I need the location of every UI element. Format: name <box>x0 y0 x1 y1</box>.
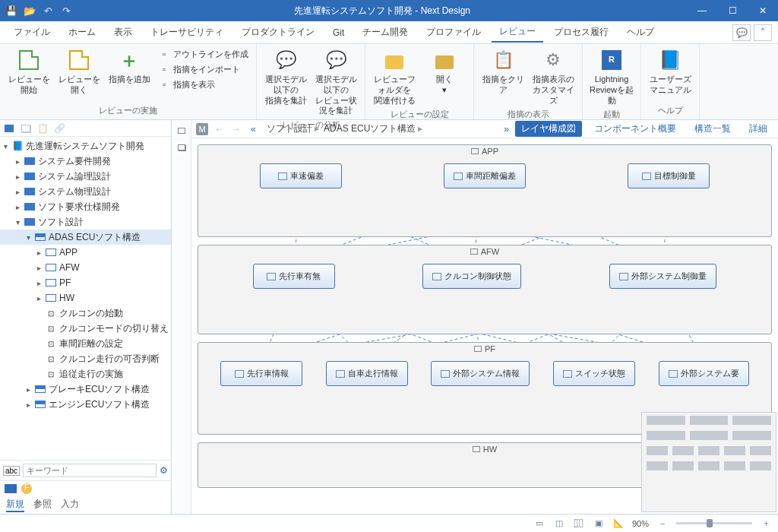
block[interactable]: 先行車有無 <box>253 264 335 289</box>
tree-node[interactable]: ⊡クルコンの始動 <box>0 306 171 321</box>
minimize-button[interactable]: ― <box>687 0 717 21</box>
start-review[interactable]: レビューを開始 <box>5 46 53 97</box>
menu-home[interactable]: ホーム <box>61 23 103 42</box>
maximize-button[interactable]: ☐ <box>717 0 748 21</box>
block[interactable]: 外部システム情報 <box>431 361 530 386</box>
link-review-folder[interactable]: レビューフォルダを関連付ける <box>370 46 419 107</box>
menu-process[interactable]: プロセス履行 <box>546 23 616 42</box>
save-icon[interactable]: 💾 <box>5 4 18 17</box>
tree-node[interactable]: ⊡クルコンモードの切り替え <box>0 321 171 336</box>
tree-link-icon[interactable]: 🔗 <box>53 122 65 135</box>
tab-icon-ref[interactable]: F <box>21 483 32 494</box>
tree-node[interactable]: ▸システム論理設計 <box>0 169 171 184</box>
agg-findings-below[interactable]: 💬選択モデル以下の指摘を集計 <box>261 46 310 107</box>
import-findings[interactable]: ▫指摘をインポート <box>155 62 251 76</box>
abc-icon[interactable]: abc <box>3 466 20 476</box>
view-layer-diagram[interactable]: レイヤ構成図 <box>515 121 582 137</box>
tree-node[interactable]: ▸システム物理設計 <box>0 184 171 199</box>
launch-lightning-review[interactable]: RLightningReviewを起動 <box>587 46 636 107</box>
tree-body[interactable]: ▾📘 先進運転システムソフト開発 ▸システム要件開発▸システム論理設計▸システム… <box>0 137 171 460</box>
menu-traceability[interactable]: トレーサビリティ <box>143 23 231 42</box>
tree-node[interactable]: ▸AFW <box>0 260 171 275</box>
tree-tab-input[interactable]: 入力 <box>61 498 79 512</box>
block[interactable]: スイッチ状態 <box>553 361 635 386</box>
status-pane2-icon[interactable]: ◫ <box>553 518 565 530</box>
gutter-layer-icon[interactable] <box>175 125 188 137</box>
zoom-slider[interactable] <box>676 522 752 524</box>
breadcrumb[interactable]: ソフト設計▸ ADAS ECUソフト構造▸ <box>267 122 425 135</box>
tree-node[interactable]: ▸APP <box>0 245 171 260</box>
tree-node[interactable]: ▾ADAS ECUソフト構造 <box>0 230 171 245</box>
tree-node[interactable]: ▸エンジンECUソフト構造 <box>0 397 171 412</box>
show-findings[interactable]: ▫指摘を表示 <box>155 78 251 91</box>
tree-search-input[interactable] <box>23 464 157 477</box>
nav-back-icon[interactable]: ← <box>214 123 224 135</box>
tree-node[interactable]: ⊡車間距離の設定 <box>0 336 171 351</box>
nav-fwd-icon[interactable]: → <box>230 123 240 135</box>
agg-status-below[interactable]: 💬選択モデル以下のレビュー状況を集計 <box>312 46 360 118</box>
tree-node[interactable]: ▾ソフト設計 <box>0 214 171 230</box>
block[interactable]: 車間距離偏差 <box>444 163 526 188</box>
filter-icon[interactable]: ⚙ <box>160 465 168 476</box>
tree-node[interactable]: ⊡追従走行の実施 <box>0 366 171 382</box>
tree-root[interactable]: ▾📘 先進運転システムソフト開発 <box>0 138 171 154</box>
status-ruler-icon[interactable]: 📐 <box>612 518 625 530</box>
block[interactable]: 先行車情報 <box>220 361 302 386</box>
view-structure-list[interactable]: 構造一覧 <box>688 121 737 137</box>
open[interactable]: 開く▾ <box>420 46 469 97</box>
user-manual[interactable]: 📘ユーザーズマニュアル <box>646 46 694 97</box>
open-review[interactable]: レビューを開く <box>55 46 103 97</box>
tree-node[interactable]: ▸ソフト要求仕様開発 <box>0 199 171 214</box>
minimap[interactable] <box>641 412 776 512</box>
zoom-out-icon[interactable]: − <box>656 518 669 530</box>
close-button[interactable]: ✕ <box>748 0 778 21</box>
tree-node[interactable]: ▸HW <box>0 290 171 306</box>
layer-afw[interactable]: AFW先行車有無クルコン制御状態外部システム制御量 <box>198 245 772 334</box>
tree-node[interactable]: ⊡クルコン走行の可否判断 <box>0 351 171 366</box>
view-component-summary[interactable]: コンポーネント概要 <box>588 121 682 137</box>
menu-profile[interactable]: プロファイル <box>419 23 489 42</box>
tree-paste-icon[interactable]: 📋 <box>36 122 49 135</box>
block[interactable]: 外部システム制御量 <box>609 264 716 289</box>
menu-file[interactable]: ファイル <box>6 23 58 42</box>
zoom-value: 90% <box>632 519 649 528</box>
tree-root-label: 先進運転システムソフト開発 <box>26 140 144 153</box>
tree-node[interactable]: ▸システム要件開発 <box>0 154 171 169</box>
collapse-ribbon-icon[interactable]: ˄ <box>754 24 772 41</box>
window-title: 先進運転システムソフト開発 - Next Design <box>77 5 687 17</box>
zoom-in-icon[interactable]: ＋ <box>760 518 772 530</box>
menu-review[interactable]: レビュー <box>492 22 543 43</box>
add-finding[interactable]: ＋指摘を追加 <box>105 46 153 87</box>
block[interactable]: 車速偏差 <box>260 163 342 188</box>
tree-copy-icon[interactable] <box>20 122 32 135</box>
feedback-icon[interactable]: 💬 <box>732 24 751 41</box>
view-detail[interactable]: 詳細 <box>743 121 773 137</box>
tree-tab-new[interactable]: 新規 <box>6 498 24 512</box>
tree-node[interactable]: ▸PF <box>0 275 171 290</box>
block[interactable]: 目標制御量 <box>628 163 710 188</box>
block[interactable]: 外部システム要 <box>659 361 749 386</box>
tree-node[interactable]: ▸ブレーキECUソフト構造 <box>0 382 171 397</box>
menu-team[interactable]: チーム開発 <box>355 23 416 42</box>
menu-view[interactable]: 表示 <box>106 23 140 42</box>
tree-mode-icon[interactable] <box>3 122 15 135</box>
menu-git[interactable]: Git <box>325 24 352 41</box>
open-icon[interactable]: 📂 <box>23 4 36 17</box>
create-outline[interactable]: ▫アウトラインを作成 <box>155 47 251 61</box>
gutter-stack-icon[interactable] <box>175 141 188 154</box>
project-tree-panel: 📋 🔗 ▾📘 先進運転システムソフト開発 ▸システム要件開発▸システム論理設計▸… <box>0 120 172 514</box>
menu-help[interactable]: ヘルプ <box>619 23 662 42</box>
customize-finding-display[interactable]: ⚙指摘表示のカスタマイズ <box>529 46 577 107</box>
clear-findings[interactable]: 📋指摘をクリア <box>479 46 527 97</box>
block[interactable]: 自車走行情報 <box>326 361 408 386</box>
tree-tab-ref[interactable]: 参照 <box>33 498 52 512</box>
redo-icon[interactable]: ↷ <box>59 4 73 17</box>
tab-icon-new[interactable] <box>5 484 17 493</box>
status-fit-icon[interactable]: ▣ <box>593 518 605 530</box>
menu-productline[interactable]: プロダクトライン <box>234 23 322 42</box>
layer-app[interactable]: APP車速偏差車間距離偏差目標制御量 <box>198 144 772 237</box>
status-pane1-icon[interactable]: ▭ <box>533 518 546 530</box>
undo-icon[interactable]: ↶ <box>41 4 55 17</box>
status-pane3-icon[interactable]: ⿲ <box>573 518 585 530</box>
block[interactable]: クルコン制御状態 <box>422 264 521 289</box>
